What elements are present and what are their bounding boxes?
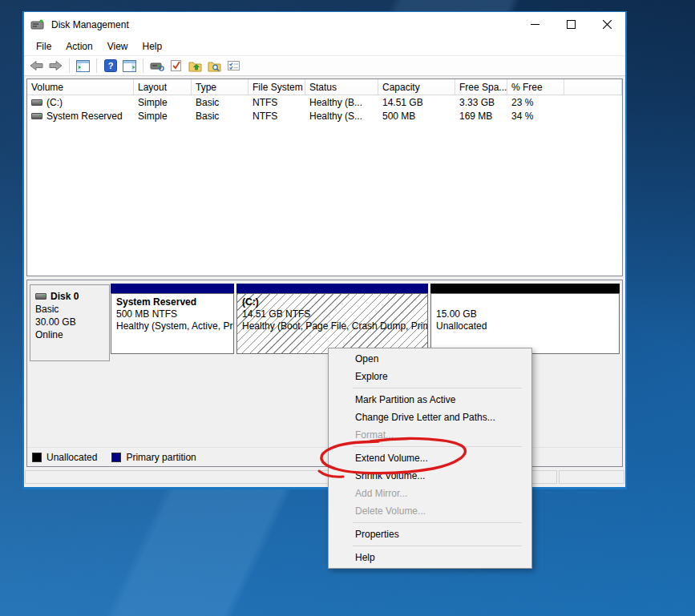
device-properties-icon[interactable] bbox=[148, 58, 165, 74]
menu-item-mark-partition-active[interactable]: Mark Partition as Active bbox=[329, 391, 531, 409]
menu-separator bbox=[353, 388, 522, 389]
folder-up-icon[interactable] bbox=[187, 58, 204, 74]
partition-c-drive[interactable]: (C:) 14.51 GB NTFS Healthy (Boot, Page F… bbox=[236, 284, 428, 354]
menu-item-open[interactable]: Open bbox=[329, 350, 531, 368]
disk-drive-icon bbox=[30, 18, 45, 31]
menu-help[interactable]: Help bbox=[135, 38, 170, 54]
primary-partition-swatch bbox=[111, 453, 121, 462]
close-icon bbox=[603, 20, 612, 29]
maximize-button[interactable] bbox=[553, 12, 589, 36]
toolbar-separator bbox=[96, 58, 97, 73]
volume-row-system-reserved[interactable]: System Reserved Simple Basic NTFS Health… bbox=[27, 109, 622, 123]
partition-color-bar bbox=[430, 284, 620, 293]
action-check-icon[interactable] bbox=[168, 58, 184, 74]
column-header-volume[interactable]: Volume bbox=[27, 79, 134, 95]
partition-unallocated[interactable]: 15.00 GB Unallocated bbox=[430, 284, 620, 354]
volume-row-c[interactable]: (C:) Simple Basic NTFS Healthy (B... 14.… bbox=[27, 95, 622, 109]
svg-text:?: ? bbox=[107, 61, 113, 70]
partition-status: Healthy (System, Active, Pr bbox=[116, 320, 228, 332]
partition-size: 15.00 GB bbox=[436, 308, 614, 320]
client-area: Volume Layout Type File System Status Ca… bbox=[24, 76, 625, 487]
partition-status: Healthy (Boot, Page File, Crash Dump, Pr… bbox=[242, 320, 422, 332]
disk-name: Disk 0 bbox=[51, 290, 79, 303]
legend-unallocated: Unallocated bbox=[32, 452, 97, 463]
column-header-capacity[interactable]: Capacity bbox=[378, 79, 455, 95]
minimize-icon bbox=[531, 20, 539, 29]
help-icon[interactable]: ? bbox=[102, 58, 119, 74]
volume-icon bbox=[31, 99, 42, 106]
cell-file-system: NTFS bbox=[249, 97, 305, 108]
cell-free-space: 3.33 GB bbox=[455, 97, 507, 108]
cell-capacity: 500 MB bbox=[378, 111, 455, 122]
toolbar: ? bbox=[24, 55, 625, 76]
volume-list-header: Volume Layout Type File System Status Ca… bbox=[27, 79, 622, 95]
partition-color-bar bbox=[111, 284, 234, 293]
minimize-button[interactable] bbox=[517, 12, 553, 36]
partition-system-reserved[interactable]: System Reserved 500 MB NTFS Healthy (Sys… bbox=[111, 284, 234, 354]
show-console-tree-icon[interactable] bbox=[75, 58, 91, 74]
partition-size: 500 MB NTFS bbox=[116, 308, 228, 320]
window-title: Disk Management bbox=[51, 19, 129, 30]
status-bar-section bbox=[559, 470, 624, 484]
partition-name: (C:) bbox=[242, 296, 422, 308]
partition-strip: System Reserved 500 MB NTFS Healthy (Sys… bbox=[111, 284, 620, 354]
menu-item-explore[interactable]: Explore bbox=[329, 368, 531, 385]
desktop-wallpaper: Disk Management File Action View Help bbox=[0, 0, 695, 616]
menu-item-properties[interactable]: Properties bbox=[329, 525, 531, 543]
back-arrow-icon[interactable] bbox=[28, 58, 45, 74]
cell-type: Basic bbox=[192, 97, 249, 108]
cell-free-space: 169 MB bbox=[455, 111, 507, 122]
folder-find-icon[interactable] bbox=[206, 58, 223, 74]
volume-name: (C:) bbox=[46, 97, 63, 108]
cell-status: Healthy (B... bbox=[305, 97, 378, 108]
disk-size: 30.00 GB bbox=[35, 316, 109, 328]
cell-layout: Simple bbox=[134, 111, 192, 122]
menu-item-shrink-volume[interactable]: Shrink Volume... bbox=[329, 467, 531, 485]
maximize-icon bbox=[567, 20, 576, 29]
show-action-pane-icon[interactable] bbox=[121, 58, 138, 74]
menu-item-help[interactable]: Help bbox=[329, 549, 531, 566]
title-bar[interactable]: Disk Management bbox=[24, 12, 625, 38]
unallocated-swatch bbox=[32, 453, 42, 462]
menu-item-extend-volume[interactable]: Extend Volume... bbox=[329, 449, 531, 467]
menu-view[interactable]: View bbox=[100, 38, 135, 54]
status-bar bbox=[25, 470, 624, 484]
column-header-layout[interactable]: Layout bbox=[134, 79, 192, 95]
menu-file[interactable]: File bbox=[29, 38, 59, 54]
cell-capacity: 14.51 GB bbox=[378, 97, 455, 108]
cell-file-system: NTFS bbox=[249, 111, 305, 122]
close-button[interactable] bbox=[589, 12, 625, 36]
legend-label: Unallocated bbox=[46, 452, 97, 463]
legend: Unallocated Primary partition bbox=[27, 447, 622, 466]
column-header-filler bbox=[564, 79, 622, 95]
partition-name: System Reserved bbox=[116, 296, 228, 308]
menu-item-delete-volume: Delete Volume... bbox=[329, 502, 531, 520]
volume-name: System Reserved bbox=[46, 111, 123, 122]
partition-size: 14.51 GB NTFS bbox=[242, 308, 422, 320]
graphical-view-pane: Disk 0 Basic 30.00 GB Online System Rese… bbox=[26, 280, 623, 467]
column-header-type[interactable]: Type bbox=[192, 79, 249, 95]
disk-status: Online bbox=[35, 328, 109, 341]
volume-list: Volume Layout Type File System Status Ca… bbox=[26, 79, 623, 276]
column-header-percent-free[interactable]: % Free bbox=[507, 79, 564, 95]
task-list-icon[interactable] bbox=[225, 58, 242, 74]
partition-status: Unallocated bbox=[436, 320, 614, 332]
column-header-free-space[interactable]: Free Spa... bbox=[455, 79, 507, 95]
column-header-file-system[interactable]: File System bbox=[249, 79, 305, 95]
menu-separator bbox=[353, 522, 522, 523]
toolbar-separator bbox=[69, 58, 70, 73]
menu-separator bbox=[353, 546, 522, 546]
menu-action[interactable]: Action bbox=[59, 38, 99, 54]
menu-item-change-drive-letter[interactable]: Change Drive Letter and Paths... bbox=[329, 409, 531, 426]
partition-name bbox=[436, 296, 614, 308]
cell-status: Healthy (S... bbox=[305, 111, 378, 122]
column-header-status[interactable]: Status bbox=[305, 79, 378, 95]
disk-0-row: Disk 0 Basic 30.00 GB Online System Rese… bbox=[27, 280, 622, 360]
forward-arrow-icon[interactable] bbox=[47, 58, 64, 74]
partition-context-menu: Open Explore Mark Partition as Active Ch… bbox=[328, 348, 532, 569]
disk-0-info-box[interactable]: Disk 0 Basic 30.00 GB Online bbox=[30, 284, 110, 361]
menu-separator bbox=[353, 446, 522, 447]
partition-color-bar bbox=[236, 284, 428, 293]
volume-icon bbox=[31, 113, 42, 119]
cell-percent-free: 34 % bbox=[507, 111, 564, 122]
